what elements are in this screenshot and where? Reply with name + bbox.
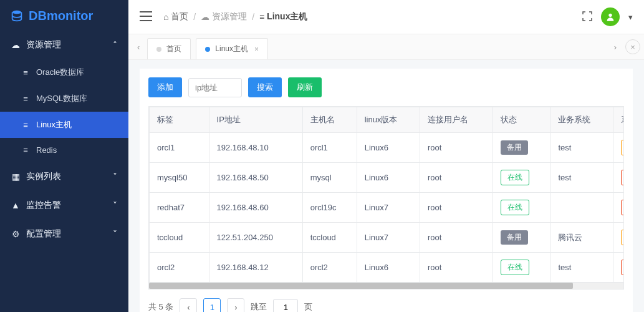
status-badge: 备用	[501, 140, 528, 155]
cell-ver: Linux7	[357, 223, 420, 253]
sidebar-group-label: 配置管理	[26, 228, 61, 240]
database-icon	[10, 9, 24, 23]
cell-biz: test	[550, 133, 613, 163]
warning-icon: ▲	[11, 200, 20, 210]
cell-biz	[550, 193, 613, 223]
sidebar-group-monitor[interactable]: ▲ 监控告警 ˅	[0, 191, 128, 220]
caret-down-icon[interactable]: ▾	[628, 12, 633, 22]
cell-ip: 192.168.48.50	[209, 163, 302, 193]
cell-host: tccloud	[302, 223, 357, 253]
chevron-down-icon: ˅	[113, 200, 117, 210]
pagination: 共 5 条 ‹ 1 › 跳至 页	[148, 298, 624, 312]
th-biz: 业务系统	[550, 107, 613, 133]
cloud-icon: ☁	[201, 12, 209, 22]
svg-point-1	[608, 14, 612, 17]
level-badge: 重要系统	[621, 230, 624, 245]
cell-user: root	[420, 253, 493, 283]
breadcrumb-sep: /	[193, 12, 196, 22]
cloud-icon: ☁	[11, 40, 20, 50]
avatar[interactable]	[601, 7, 620, 26]
grid-icon: ▦	[11, 172, 20, 182]
cell-level: 核心系统	[613, 193, 624, 223]
cell-ver: Linux7	[357, 193, 420, 223]
tab-home[interactable]: 首页	[147, 38, 191, 59]
jump-input[interactable]	[273, 299, 298, 313]
cell-ver: Linux6	[357, 253, 420, 283]
tabs-close-all[interactable]: ×	[625, 39, 640, 54]
tabs-next[interactable]: ›	[609, 39, 622, 56]
sidebar-item-linux[interactable]: ≡ Linux主机	[0, 112, 128, 138]
cell-ver: Linux6	[357, 163, 420, 193]
th-tag: 标签	[150, 107, 209, 133]
level-badge: 核心系统	[621, 260, 624, 275]
cell-status: 在线	[493, 253, 550, 283]
cell-host: orcl2	[302, 253, 357, 283]
cell-status: 备用	[493, 133, 550, 163]
th-user: 连接用户名	[420, 107, 493, 133]
fullscreen-icon[interactable]	[582, 11, 592, 23]
page-next[interactable]: ›	[227, 298, 244, 312]
dot-icon	[156, 47, 161, 52]
table-row: orcl2192.168.48.12orcl2Linux6root在线test核…	[150, 253, 625, 283]
hamburger-icon[interactable]	[140, 11, 152, 23]
refresh-button[interactable]: 刷新	[288, 77, 322, 97]
tab-linux[interactable]: Linux主机 ×	[196, 38, 268, 59]
th-ver: linux版本	[357, 107, 420, 133]
sidebar-item-label: MySQL数据库	[36, 93, 87, 104]
sidebar-menu: ☁ 资源管理 ˄ ≡ Oracle数据库 ≡ MySQL数据库 ≡ Linux主…	[0, 31, 128, 312]
table-row: redhat7192.168.48.60orcl19cLinux7root在线核…	[150, 193, 625, 223]
chevron-down-icon: ˅	[113, 172, 117, 182]
sidebar-item-label: Oracle数据库	[36, 67, 84, 78]
horizontal-scrollbar[interactable]	[149, 283, 623, 289]
table-row: tccloud122.51.204.250tccloudLinux7root备用…	[150, 223, 625, 253]
breadcrumb: ⌂ 首页 / ☁ 资源管理 / ≡ Linux主机	[163, 11, 307, 22]
status-badge: 在线	[501, 200, 529, 215]
breadcrumb-home[interactable]: 首页	[171, 11, 188, 22]
cell-tag: redhat7	[150, 193, 209, 223]
list-icon: ≡	[21, 120, 30, 130]
cell-user: root	[420, 193, 493, 223]
search-button[interactable]: 搜索	[248, 77, 282, 97]
cell-status: 备用	[493, 223, 550, 253]
user-icon	[605, 12, 615, 22]
home-icon: ⌂	[163, 12, 168, 22]
table-row: mysql50192.168.48.50mysqlLinux6root在线tes…	[150, 163, 625, 193]
add-button[interactable]: 添加	[148, 77, 182, 97]
gear-icon: ⚙	[11, 229, 20, 239]
level-badge: 核心系统	[621, 170, 624, 185]
sidebar-group-label: 实例列表	[26, 171, 61, 182]
sidebar-group-instances[interactable]: ▦ 实例列表 ˅	[0, 162, 128, 191]
sidebar-item-mysql[interactable]: ≡ MySQL数据库	[0, 85, 128, 112]
page-prev[interactable]: ‹	[180, 298, 197, 312]
logo[interactable]: DBmonitor	[0, 0, 128, 31]
ip-input[interactable]	[188, 78, 242, 97]
table-scroll[interactable]: 标签 IP地址 主机名 linux版本 连接用户名 状态 业务系统 系统等级	[149, 107, 624, 283]
cell-host: orcl1	[302, 133, 357, 163]
total-count: 共 5 条	[148, 301, 173, 312]
tab-label: Linux主机	[215, 44, 248, 54]
sidebar-group-resources[interactable]: ☁ 资源管理 ˄	[0, 31, 128, 59]
sidebar-item-redis[interactable]: ≡ Redis	[0, 138, 128, 162]
logo-text: DBmonitor	[29, 9, 93, 23]
table-header-row: 标签 IP地址 主机名 linux版本 连接用户名 状态 业务系统 系统等级	[150, 107, 625, 133]
jump-label: 跳至	[251, 301, 267, 312]
cell-status: 在线	[493, 163, 550, 193]
breadcrumb-mid[interactable]: 资源管理	[212, 11, 247, 22]
cell-tag: orcl2	[150, 253, 209, 283]
list-icon: ≡	[21, 145, 30, 155]
cell-ip: 192.168.48.12	[209, 253, 302, 283]
tabs-prev[interactable]: ‹	[132, 39, 145, 56]
page-1[interactable]: 1	[203, 298, 221, 312]
th-host: 主机名	[302, 107, 357, 133]
close-icon[interactable]: ×	[254, 45, 259, 54]
cell-user: root	[420, 133, 493, 163]
sidebar-group-label: 监控告警	[26, 200, 61, 211]
sidebar-group-config[interactable]: ⚙ 配置管理 ˅	[0, 220, 128, 248]
status-badge: 备用	[501, 230, 528, 245]
cell-level: 核心系统	[613, 253, 624, 283]
page-suffix: 页	[304, 301, 312, 312]
sidebar-item-oracle[interactable]: ≡ Oracle数据库	[0, 59, 128, 85]
cell-ip: 192.168.48.10	[209, 133, 302, 163]
status-badge: 在线	[501, 260, 529, 275]
th-level: 系统等级	[613, 107, 624, 133]
